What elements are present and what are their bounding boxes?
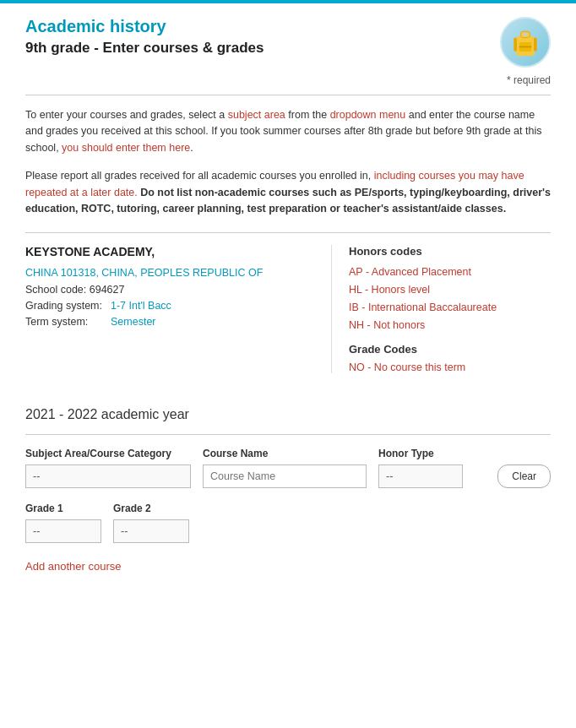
grade2-label: Grade 2 (113, 503, 151, 514)
grade-codes-title: Grade Codes (349, 343, 551, 356)
school-code: School code: 694627 (25, 284, 314, 296)
subject-wrapper: -- English Math Science Social Studies F… (25, 465, 191, 488)
honors-item-ib: IB - International Baccalaureate (349, 302, 551, 313)
subject-label: Subject Area/Course Category (25, 448, 171, 459)
school-code-label: School code: (25, 284, 86, 296)
subject-link: subject area (228, 109, 285, 121)
page-container: Academic history 9th grade - Enter cours… (0, 3, 576, 598)
academic-year-section: 2021 - 2022 academic year Subject Area/C… (25, 407, 551, 573)
grade-codes-no: NO - No course this term (349, 361, 551, 373)
subject-select[interactable]: -- English Math Science Social Studies F… (25, 465, 191, 488)
honors-item-ap: AP - Advanced Placement (349, 266, 551, 278)
honors-item-nh: NH - Not honors (349, 319, 551, 331)
school-address: CHINA 101318, CHINA, PEOPLES REPUBLIC OF (25, 267, 314, 279)
grade1-wrapper: -- 1 2 3 4 5 6 7 NO (25, 519, 101, 543)
enter-here-link[interactable]: you should enter them here (62, 142, 190, 154)
header-text: Academic history 9th grade - Enter cours… (25, 17, 264, 57)
header-section: Academic history 9th grade - Enter cours… (25, 17, 551, 68)
svg-rect-5 (534, 38, 537, 52)
school-info: KEYSTONE ACADEMY, CHINA 101318, CHINA, P… (25, 245, 331, 373)
academic-year-title: 2021 - 2022 academic year (25, 407, 551, 422)
honors-section: Honors codes AP - Advanced Placement HL … (331, 245, 551, 373)
honors-item-hl: HL - Honors level (349, 284, 551, 296)
backpack-icon (508, 25, 542, 59)
grade1-label: Grade 1 (25, 503, 63, 514)
honor-label: Honor Type (378, 448, 434, 459)
avatar (500, 17, 551, 68)
course-name-input[interactable] (203, 465, 367, 488)
divider-1 (25, 95, 551, 95)
term-system: Term system: Semester (25, 316, 314, 328)
add-course-link[interactable]: Add another course (25, 560, 121, 573)
grade2-select[interactable]: -- 1 2 3 4 5 6 7 NO (113, 519, 189, 543)
instructions-paragraph1: To enter your courses and grades, select… (25, 107, 551, 156)
school-code-value: 694627 (90, 284, 125, 296)
honors-title: Honors codes (349, 245, 551, 258)
clear-button-wrapper: Clear (475, 465, 551, 488)
svg-rect-6 (523, 33, 527, 36)
form-row-labels: Subject Area/Course Category Course Name… (25, 447, 551, 459)
form-controls-row: -- English Math Science Social Studies F… (25, 465, 551, 488)
grading-system: Grading system: 1-7 Int'l Bacc (25, 300, 314, 312)
term-label: Term system: (25, 316, 106, 328)
page-title: 9th grade - Enter courses & grades (25, 40, 264, 57)
school-name: KEYSTONE ACADEMY, (25, 245, 314, 258)
course-form: Subject Area/Course Category Course Name… (25, 447, 551, 573)
course-label: Course Name (203, 448, 268, 459)
grade2-wrapper: -- 1 2 3 4 5 6 7 NO (113, 519, 189, 543)
grade-controls-row: -- 1 2 3 4 5 6 7 NO -- 1 2 (25, 519, 551, 543)
grade-row-labels: Grade 1 Grade 2 (25, 502, 551, 514)
section-title: Academic history (25, 17, 264, 36)
instructions-paragraph2: Please report all grades received for al… (25, 168, 551, 217)
grade1-select[interactable]: -- 1 2 3 4 5 6 7 NO (25, 519, 101, 543)
required-note: * required (25, 74, 551, 86)
clear-button[interactable]: Clear (497, 465, 551, 488)
honor-select[interactable]: -- AP - Advanced Placement HL - Honors l… (378, 465, 463, 488)
grading-label: Grading system: (25, 300, 106, 312)
divider-3 (25, 434, 551, 435)
divider-2 (25, 232, 551, 233)
term-value: Semester (111, 316, 156, 328)
svg-rect-4 (514, 38, 517, 52)
dropdown-link: dropdown menu (330, 109, 406, 121)
school-section: KEYSTONE ACADEMY, CHINA 101318, CHINA, P… (25, 245, 551, 373)
honor-wrapper: -- AP - Advanced Placement HL - Honors l… (378, 465, 463, 488)
grading-value: 1-7 Int'l Bacc (111, 300, 171, 312)
